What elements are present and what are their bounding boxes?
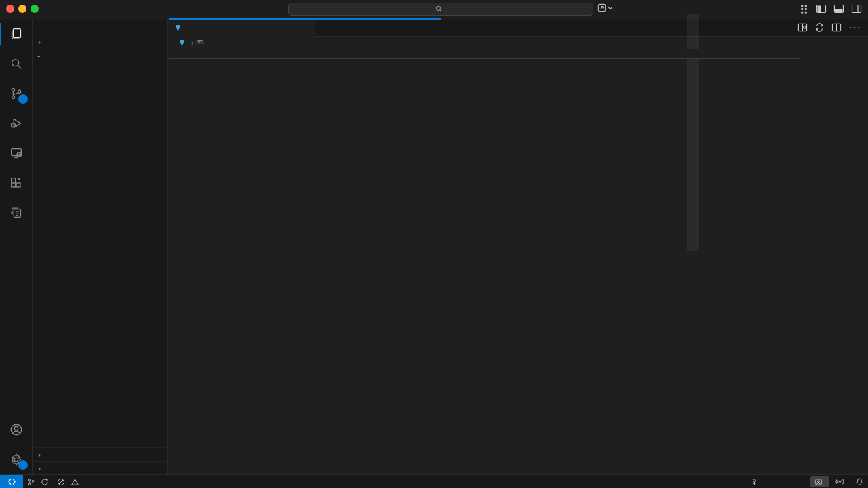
git-blame-item[interactable] bbox=[747, 475, 765, 488]
finish-setup-item[interactable] bbox=[810, 476, 829, 487]
customize-layout-icon[interactable] bbox=[797, 3, 810, 15]
command-center-search[interactable] bbox=[288, 3, 593, 16]
language-mode-item[interactable] bbox=[797, 475, 808, 488]
search-icon[interactable] bbox=[0, 49, 33, 79]
minimap[interactable] bbox=[631, 30, 688, 455]
open-preview-icon[interactable] bbox=[797, 22, 808, 33]
vscode-window: › › › › bbox=[0, 0, 868, 488]
progress-bar bbox=[169, 18, 441, 20]
tab-hotel-search-functionality[interactable] bbox=[169, 19, 315, 37]
setup-icon bbox=[814, 478, 823, 486]
cursor-position-item[interactable] bbox=[765, 475, 773, 488]
chevron-right-icon: › bbox=[35, 38, 43, 46]
toggle-secondary-sidebar-icon[interactable] bbox=[850, 3, 863, 15]
explorer-sidebar: › › › › bbox=[33, 19, 168, 474]
go-live-item[interactable] bbox=[831, 475, 851, 488]
remote-explorer-icon[interactable] bbox=[0, 138, 33, 168]
maximize-window-button[interactable] bbox=[31, 5, 39, 13]
toggle-sidebar-icon[interactable] bbox=[815, 3, 827, 15]
eol-item[interactable] bbox=[789, 475, 797, 488]
source-control-badge bbox=[18, 94, 28, 104]
status-bar bbox=[0, 474, 868, 488]
chevron-right-icon: › bbox=[35, 464, 43, 472]
code-editor[interactable] bbox=[169, 49, 800, 474]
search-icon bbox=[435, 5, 443, 13]
tab-bar: ··· bbox=[169, 19, 868, 37]
title-bar bbox=[0, 0, 868, 18]
git-branch-item[interactable] bbox=[23, 475, 53, 488]
warnings-icon bbox=[71, 478, 79, 486]
broadcast-icon bbox=[835, 477, 844, 486]
remote-indicator[interactable] bbox=[0, 475, 23, 488]
notifications-bell-icon[interactable] bbox=[851, 475, 868, 488]
activity-bar bbox=[0, 19, 33, 474]
open-editors-section[interactable]: › bbox=[33, 35, 167, 49]
editor-group: ··· › bbox=[169, 19, 868, 474]
outline-section[interactable]: › bbox=[33, 447, 168, 461]
problems-item[interactable] bbox=[53, 475, 86, 488]
open-changes-icon[interactable] bbox=[814, 22, 825, 33]
extensions-icon[interactable] bbox=[0, 168, 33, 198]
test-file-icon bbox=[174, 24, 182, 32]
toggle-panel-icon[interactable] bbox=[833, 3, 845, 15]
errors-icon bbox=[57, 478, 65, 486]
chevron-right-icon: › bbox=[191, 39, 193, 47]
accounts-icon[interactable] bbox=[0, 415, 33, 445]
chevron-down-icon: › bbox=[35, 52, 43, 60]
explorer-icon[interactable] bbox=[0, 19, 33, 49]
minimize-window-button[interactable] bbox=[18, 5, 26, 13]
symbol-icon bbox=[196, 39, 204, 47]
encoding-item[interactable] bbox=[781, 475, 789, 488]
sync-icon bbox=[41, 478, 49, 486]
split-editor-icon[interactable] bbox=[831, 22, 842, 33]
overview-ruler bbox=[688, 30, 699, 455]
breadcrumb[interactable]: › bbox=[169, 37, 868, 49]
more-actions-icon[interactable]: ··· bbox=[848, 22, 861, 34]
test-file-icon bbox=[178, 39, 186, 47]
indentation-item[interactable] bbox=[773, 475, 781, 488]
run-debug-icon[interactable] bbox=[0, 108, 33, 138]
sticky-scroll-line[interactable] bbox=[169, 49, 800, 59]
workspace-section[interactable]: › bbox=[33, 49, 167, 62]
person-icon bbox=[751, 478, 758, 486]
notebook-icon[interactable] bbox=[0, 198, 33, 228]
timeline-section[interactable]: › bbox=[33, 461, 168, 474]
git-branch-icon bbox=[27, 478, 35, 486]
copilot-menu-button[interactable] bbox=[597, 3, 613, 13]
chevron-right-icon: › bbox=[35, 451, 43, 459]
source-control-icon[interactable] bbox=[0, 79, 33, 108]
close-window-button[interactable] bbox=[6, 5, 14, 13]
settings-badge bbox=[18, 460, 28, 470]
settings-gear-icon[interactable] bbox=[0, 445, 33, 474]
